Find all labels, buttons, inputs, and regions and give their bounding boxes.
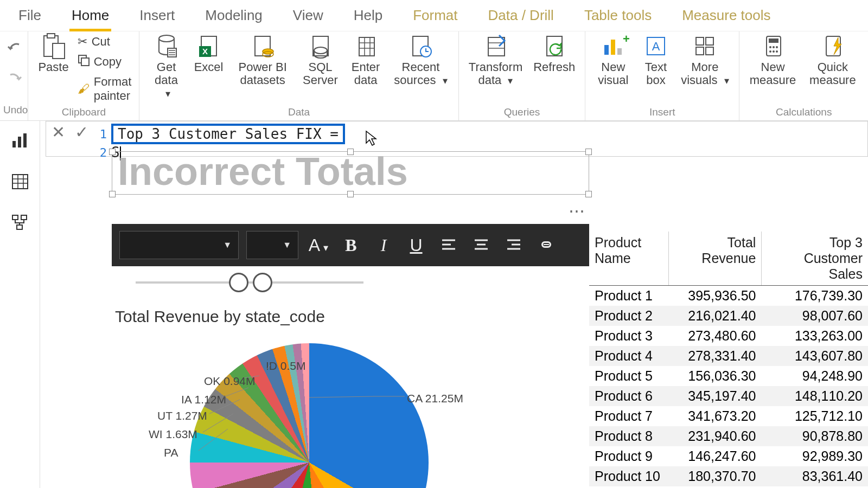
align-center-button[interactable] [469,235,494,255]
menu-help[interactable]: Help [352,7,385,24]
col-total-revenue[interactable]: Total Revenue [668,232,761,285]
table-row[interactable]: Product 4278,331.40143,607.80 [589,346,868,366]
refresh-button[interactable]: Refresh [531,34,577,74]
cell-product-name: Product 3 [589,326,668,346]
resize-handle[interactable] [109,149,116,155]
quick-measure-label: Quick measure [807,61,858,87]
report-canvas[interactable]: ✕ ✓ 1Top 3 Customer Sales FIX = 2S Incor… [40,121,868,488]
col-product-name[interactable]: Product Name [589,232,668,285]
cell-product-name: Product 8 [589,426,668,446]
italic-button[interactable]: I [371,235,396,255]
svg-rect-28 [696,47,704,55]
text-box-button[interactable]: A Text box [640,34,672,87]
bold-button[interactable]: B [339,235,363,255]
data-view-button[interactable] [9,171,31,192]
transform-data-button[interactable]: Transform data ▾ [467,34,525,87]
menu-measure-tools[interactable]: Measure tools [680,7,773,24]
model-view-button[interactable] [9,212,31,234]
excel-button[interactable]: X Excel [192,34,226,74]
menu-data-drill[interactable]: Data / Drill [486,7,556,24]
table-row[interactable]: Product 6345,197.40148,110.20 [589,386,868,406]
line-number: 2 [97,146,107,159]
table-row[interactable]: Product 3273,480.60133,263.00 [589,326,868,346]
resize-handle[interactable] [585,149,592,155]
col-top3-sales[interactable]: Top 3 Customer Sales [761,232,868,285]
pie-chart[interactable]: CA 21.25M ID 0.5M OK 0.94M IA 1.12M UT 1… [179,343,439,488]
menu-format[interactable]: Format [411,7,459,24]
paste-button[interactable]: Paste [36,34,71,74]
title-textbox[interactable]: Incorrect Totals [112,151,589,195]
table-row[interactable]: Product 1395,936.50176,739.30 [589,286,868,306]
redo-button[interactable] [5,68,27,90]
cell-top3-sales: 148,110.20 [761,386,868,406]
copy-button[interactable]: Copy [78,54,132,69]
new-measure-label: New measure [749,61,796,87]
new-visual-button[interactable]: + New visual [593,34,633,87]
svg-rect-42 [12,175,28,189]
table-header: Product Name Total Revenue Top 3 Custome… [589,232,868,286]
sql-server-button[interactable]: SQL Server [300,34,341,87]
ribbon-group-undo: Undo [3,31,28,120]
enter-data-button[interactable]: Enter data [347,34,384,87]
menu-home[interactable]: Home [69,7,111,24]
resize-handle[interactable] [347,149,354,155]
font-size-select[interactable]: ▼ [246,231,298,259]
hyperlink-button[interactable] [534,235,559,255]
svg-rect-4 [81,58,89,66]
cell-top3-sales: 143,607.80 [761,346,868,366]
align-left-button[interactable] [436,235,461,255]
menu-file[interactable]: File [16,7,43,24]
cell-total-revenue: 216,021.40 [668,306,761,326]
cell-total-revenue: 273,480.60 [668,326,761,346]
get-data-button[interactable]: Get data ▾ [147,34,185,100]
table-row[interactable]: Product 5156,036.3094,248.90 [589,366,868,386]
recent-sources-button[interactable]: Recent sources ▾ [391,34,451,87]
menu-view[interactable]: View [291,7,326,24]
menu-insert[interactable]: Insert [137,7,177,24]
quick-measure-button[interactable]: Quick measure [805,34,860,87]
svg-rect-22 [617,48,622,55]
menubar: File Home Insert Modeling View Help Form… [0,0,868,31]
align-right-button[interactable] [501,235,526,255]
more-visuals-button[interactable]: More visuals ▾ [678,34,731,87]
ribbon-group-data: Get data ▾ X Excel Power BI datasets SQL… [139,31,458,120]
pbi-datasets-button[interactable]: Power BI datasets [232,34,293,87]
svg-rect-41 [23,133,27,147]
commit-formula-button[interactable]: ✓ [75,124,88,140]
cell-total-revenue: 395,936.50 [668,286,761,306]
table-row[interactable]: Product 10180,370.7083,361.40 [589,466,868,486]
title-text: Incorrect Totals [112,152,589,191]
report-view-button[interactable] [9,130,31,151]
format-painter-button[interactable]: 🖌 Format painter [78,75,132,103]
table-row[interactable]: Product 8231,940.6090,878.80 [589,426,868,446]
resize-handle[interactable] [585,191,592,197]
table-row[interactable]: Product 7341,673.20125,712.10 [589,406,868,426]
recent-sources-label: Recent sources ▾ [393,61,449,87]
underline-button[interactable]: U [404,235,429,255]
svg-rect-18 [488,37,505,56]
resize-handle[interactable] [109,191,116,197]
slider-thumb-max[interactable] [253,273,272,292]
cancel-formula-button[interactable]: ✕ [52,124,65,140]
svg-rect-21 [611,40,615,55]
font-color-button[interactable]: A▾ [306,235,331,255]
resize-handle[interactable] [347,191,354,197]
font-family-select[interactable]: ▼ [119,231,239,259]
enter-data-label: Enter data [349,61,382,87]
svg-rect-40 [18,137,21,147]
cut-button[interactable]: ✂ Cut [78,35,132,49]
slider-thumb-min[interactable] [229,273,248,292]
ribbon-group-calculations: New measure Quick measure Calculations [739,31,868,120]
menu-modeling[interactable]: Modeling [203,7,265,24]
undo-button[interactable] [5,38,27,60]
visual-more-options[interactable]: ⋯ [569,201,587,220]
svg-rect-43 [12,215,18,220]
menu-table-tools[interactable]: Table tools [582,7,654,24]
cell-product-name: Product 6 [589,386,668,406]
svg-rect-29 [706,47,713,55]
table-row[interactable]: Product 2216,021.4098,007.60 [589,306,868,326]
table-row[interactable]: Product 9146,247.6092,989.30 [589,446,868,466]
data-table[interactable]: Product Name Total Revenue Top 3 Custome… [589,232,868,488]
range-slider[interactable] [136,272,363,293]
new-measure-button[interactable]: New measure [747,34,798,87]
